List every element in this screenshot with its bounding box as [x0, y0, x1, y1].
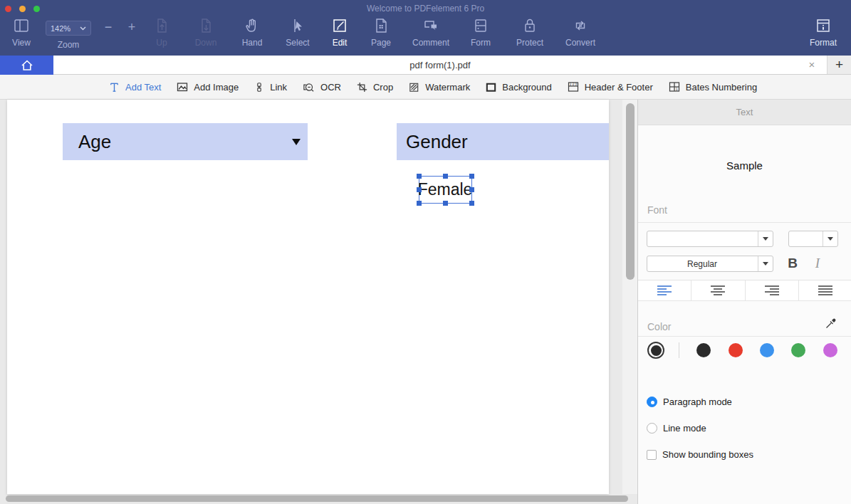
hand-tool-button[interactable]: Hand — [229, 16, 275, 48]
dropdown-arrow-icon[interactable] — [292, 139, 301, 145]
resize-handle-middle-right[interactable] — [469, 187, 474, 192]
font-size-select[interactable] — [788, 231, 838, 247]
color-swatch-magenta[interactable] — [823, 343, 837, 357]
color-swatch-black[interactable] — [696, 343, 711, 357]
page-icon — [358, 16, 404, 36]
horizontal-scrollbar-thumb[interactable] — [6, 495, 628, 502]
chevron-down-icon — [80, 26, 86, 31]
add-image-button[interactable]: Add Image — [176, 80, 239, 93]
page-mode-button[interactable]: Page — [358, 16, 404, 48]
align-center-button[interactable] — [691, 280, 745, 300]
add-text-button[interactable]: Add Text — [108, 81, 161, 93]
home-tab[interactable] — [0, 56, 53, 75]
edit-mode-button[interactable]: Edit — [317, 16, 362, 48]
header-footer-icon: 1 2 3 — [567, 80, 580, 93]
eyedropper-icon — [825, 317, 837, 330]
form-mode-button[interactable]: Form — [458, 16, 503, 48]
show-bounding-boxes-option[interactable]: Show bounding boxes — [647, 449, 753, 460]
link-icon — [254, 81, 265, 93]
title-bar: Welcome to PDFelement 6 Pro View 142% Zo… — [0, 0, 851, 56]
alignment-toolbar — [638, 280, 851, 301]
view-button[interactable]: View — [0, 16, 44, 48]
color-swatch-red[interactable] — [729, 343, 743, 357]
comment-bubble-icon — [408, 16, 454, 36]
lock-icon — [507, 16, 553, 36]
font-style-dropdown-arrow-icon[interactable] — [758, 256, 773, 271]
close-tab-icon[interactable]: × — [805, 58, 818, 71]
divider — [638, 336, 851, 337]
resize-handle-top-middle[interactable] — [443, 174, 448, 179]
format-panel: Text Sample Font Regular B I — [637, 100, 851, 504]
zoom-out-button[interactable]: − — [99, 20, 118, 35]
vertical-scrollbar-track[interactable] — [622, 100, 637, 494]
font-family-select[interactable] — [647, 231, 773, 247]
resize-handle-top-left[interactable] — [417, 174, 422, 179]
document-area: Age Gender Female — [0, 100, 637, 504]
watermark-icon — [408, 81, 420, 93]
vertical-scrollbar-thumb[interactable] — [626, 103, 635, 280]
background-button[interactable]: Background — [485, 81, 551, 93]
bates-numbering-button[interactable]: 1 Bates Numbering — [668, 80, 757, 93]
align-justify-icon — [816, 285, 835, 296]
ocr-icon — [302, 81, 315, 93]
panel-header: Text — [638, 100, 851, 125]
page-up-button[interactable]: Up — [139, 16, 184, 48]
comment-mode-button[interactable]: Comment — [408, 16, 454, 48]
page-down-button[interactable]: Down — [183, 16, 229, 48]
align-left-button[interactable] — [638, 280, 691, 300]
protect-mode-button[interactable]: Protect — [507, 16, 553, 48]
color-swatch-blue[interactable] — [760, 343, 774, 357]
paragraph-mode-option[interactable]: Paragraph mode — [647, 397, 732, 407]
font-family-dropdown-arrow-icon[interactable] — [758, 231, 773, 246]
line-mode-option[interactable]: Line mode — [647, 423, 706, 434]
pdf-page: Age Gender Female — [7, 100, 609, 494]
font-section-label: Font — [647, 204, 667, 216]
eyedropper-button[interactable] — [825, 317, 837, 332]
selected-text-box[interactable]: Female — [419, 176, 472, 204]
font-style-select[interactable]: Regular — [647, 256, 773, 272]
add-image-icon — [176, 80, 189, 93]
header-footer-button[interactable]: 1 2 3 Header & Footer — [567, 80, 653, 93]
show-bounding-boxes-label: Show bounding boxes — [662, 449, 753, 460]
color-section-label: Color — [647, 321, 671, 332]
show-bounding-boxes-checkbox[interactable] — [647, 450, 657, 460]
page-down-icon — [183, 16, 229, 36]
new-tab-button[interactable]: + — [827, 56, 851, 74]
zoom-label: Zoom — [46, 40, 91, 50]
page-up-icon — [139, 16, 184, 36]
divider — [679, 342, 679, 358]
watermark-button[interactable]: Watermark — [408, 81, 470, 93]
window-title: Welcome to PDFelement 6 Pro — [0, 4, 851, 14]
format-panel-button[interactable]: Format — [800, 16, 846, 48]
home-icon — [20, 58, 34, 73]
ocr-button[interactable]: OCR — [302, 81, 341, 93]
zoom-select[interactable]: 142% — [46, 21, 91, 36]
resize-handle-bottom-middle[interactable] — [443, 201, 448, 206]
italic-button[interactable]: I — [811, 256, 824, 271]
current-color-fill — [651, 345, 662, 356]
crop-button[interactable]: Crop — [356, 81, 393, 93]
document-tab[interactable]: pdf form(1).pdf × — [53, 56, 827, 74]
line-mode-radio[interactable] — [647, 423, 657, 434]
resize-handle-top-right[interactable] — [469, 174, 474, 179]
font-size-dropdown-arrow-icon[interactable] — [823, 231, 837, 246]
convert-mode-button[interactable]: Convert — [558, 16, 603, 48]
select-tool-button[interactable]: Select — [275, 16, 320, 48]
bates-numbering-icon: 1 — [668, 80, 681, 93]
view-panes-icon — [0, 16, 44, 36]
current-color-swatch[interactable] — [647, 342, 664, 359]
link-button[interactable]: Link — [254, 81, 287, 93]
background-icon — [485, 81, 497, 93]
form-field-age[interactable]: Age — [63, 123, 308, 160]
color-swatch-green[interactable] — [791, 343, 805, 357]
paragraph-mode-radio[interactable] — [647, 397, 657, 407]
resize-handle-bottom-right[interactable] — [469, 201, 474, 206]
bold-button[interactable]: B — [785, 256, 800, 271]
resize-handle-middle-left[interactable] — [417, 187, 422, 192]
form-field-age-label: Age — [78, 131, 111, 153]
resize-handle-bottom-left[interactable] — [417, 201, 422, 206]
align-justify-button[interactable] — [799, 280, 851, 300]
form-field-gender[interactable]: Gender — [397, 123, 609, 160]
form-field-gender-label: Gender — [406, 131, 468, 153]
align-right-button[interactable] — [746, 280, 799, 300]
